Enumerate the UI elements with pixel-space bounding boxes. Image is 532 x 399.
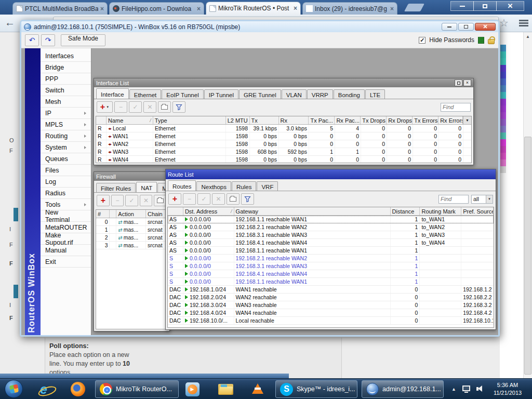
sidebar-menu-item[interactable]: Bridge: [41, 62, 91, 73]
sidebar-menu-item[interactable]: Files: [41, 165, 91, 176]
minimize-button[interactable]: [442, 23, 457, 31]
color-swatch[interactable]: [500, 112, 506, 119]
maximize-button[interactable]: [458, 23, 474, 31]
column-l2mtu[interactable]: L2 MTU: [226, 116, 250, 124]
sidebar-menu-item[interactable]: Exit: [41, 256, 91, 268]
tab[interactable]: Interface: [96, 88, 129, 99]
route-filter-dropdown[interactable]: all ▼: [471, 195, 493, 204]
redo-button[interactable]: ↷: [41, 34, 55, 46]
find-input[interactable]: [438, 195, 469, 204]
color-swatch[interactable]: [500, 159, 506, 166]
column-rx-errors[interactable]: Rx Errors: [438, 116, 463, 124]
interface-row[interactable]: R ◂▸WAN4 Ethernet 1598 0 bps 0 bps 0 0 0: [96, 156, 471, 163]
column-picker-icon[interactable]: ▼: [463, 116, 471, 124]
file-explorer-icon[interactable]: [218, 382, 233, 396]
column-number[interactable]: #: [96, 210, 110, 218]
network-tray-icon[interactable]: [462, 385, 470, 391]
media-player-icon[interactable]: ▶: [185, 382, 200, 396]
disable-button[interactable]: ✕: [143, 101, 156, 113]
column-dst-address[interactable]: Dst. Address/: [183, 207, 234, 215]
add-button[interactable]: +: [97, 195, 110, 206]
remove-button[interactable]: −: [183, 193, 196, 205]
remove-button[interactable]: −: [111, 195, 124, 206]
restore-button[interactable]: [473, 1, 497, 11]
scroll-up-icon[interactable]: ▲: [524, 32, 532, 41]
firewall-rule-row[interactable]: 2 ⇄mas... srcnat: [96, 234, 167, 242]
route-row[interactable]: AS 0.0.0.0/0 192.168.4.1 reachable WAN4 …: [168, 239, 494, 247]
interface-list-titlebar[interactable]: Interface List ×: [94, 78, 473, 87]
enable-button[interactable]: ✓: [197, 193, 210, 205]
filter-button[interactable]: [172, 101, 185, 113]
internet-explorer-icon[interactable]: e: [36, 382, 51, 396]
remove-button[interactable]: −: [114, 101, 127, 113]
route-row[interactable]: DAC 192.168.2.0/24 WAN2 reachable 0 192.…: [168, 294, 494, 301]
color-swatch[interactable]: [500, 139, 506, 146]
route-row[interactable]: DAC 192.168.1.0/24 WAN1 reachable 0 192.…: [168, 286, 494, 294]
disable-button[interactable]: ✕: [212, 193, 225, 205]
column-tx-drops[interactable]: Tx Drops: [361, 116, 387, 124]
column-rx-packets[interactable]: Rx Pac...: [335, 116, 361, 124]
tab[interactable]: Routes: [168, 180, 196, 191]
column-routing-mark[interactable]: Routing Mark: [420, 207, 461, 215]
route-row[interactable]: AS 0.0.0.0/0 192.168.2.1 reachable WAN2 …: [168, 223, 494, 231]
disable-button[interactable]: ✕: [140, 195, 153, 206]
tab[interactable]: Bonding: [334, 89, 365, 99]
route-row[interactable]: S 0.0.0.0/0 192.168.4.1 reachable WAN4 1: [168, 270, 494, 278]
interface-row[interactable]: R ◂▸WAN3 Ethernet 1598 608 bps 592 bps 1…: [96, 148, 471, 156]
column-gateway[interactable]: Gateway: [234, 207, 391, 215]
column-action[interactable]: Action: [116, 210, 146, 218]
tab[interactable]: IP Tunnel: [204, 89, 238, 99]
color-swatch[interactable]: [500, 153, 506, 159]
comment-button[interactable]: [158, 101, 171, 113]
winbox-task-button[interactable]: admin@192.168.1...: [362, 380, 444, 398]
browser-tab[interactable]: Inbox (29) - idreesiub7@g ×: [302, 2, 397, 15]
scrollbar-thumb[interactable]: [524, 137, 531, 375]
sidebar-menu-item[interactable]: Radius: [41, 188, 91, 199]
browser-tab[interactable]: MikroTik RouterOS • Post ×: [206, 2, 301, 15]
route-row[interactable]: DAC 192.168.3.0/24 WAN3 reachable 0 192.…: [168, 301, 494, 309]
route-row[interactable]: S 0.0.0.0/0 192.168.3.1 reachable WAN3 1: [168, 262, 494, 270]
sidebar-menu-item[interactable]: MPLS: [41, 119, 91, 130]
sidebar-menu-item[interactable]: Interfaces: [41, 50, 91, 62]
close-button[interactable]: ✕: [475, 23, 496, 31]
color-swatch[interactable]: [500, 72, 506, 78]
column-distance[interactable]: Distance: [391, 207, 420, 215]
column-type[interactable]: Type: [153, 116, 226, 124]
sidebar-menu-item[interactable]: Queues: [41, 153, 91, 165]
interface-row[interactable]: R ◂▸WAN2 Ethernet 1598 0 bps 0 bps 0 0 0: [96, 140, 471, 148]
color-swatch[interactable]: [500, 51, 506, 58]
color-swatch[interactable]: [500, 119, 506, 126]
color-swatch[interactable]: [500, 92, 506, 99]
back-icon[interactable]: ←: [5, 17, 15, 29]
tab-close-icon[interactable]: ×: [390, 5, 394, 12]
tab[interactable]: Filter Rules: [96, 183, 136, 193]
sidebar-menu-item[interactable]: Make Supout.rif: [41, 233, 91, 245]
firewall-rule-row[interactable]: 1 ⇄mas... srcnat: [96, 226, 167, 234]
tray-expand-icon[interactable]: ▲: [451, 387, 456, 392]
route-row[interactable]: AS 0.0.0.0/0 192.168.1.1 reachable WAN1 …: [168, 216, 494, 223]
column-flags[interactable]: [168, 207, 183, 215]
column-flags[interactable]: [96, 116, 107, 124]
tab-close-icon[interactable]: ×: [197, 5, 201, 12]
column-tx[interactable]: Tx: [250, 116, 279, 124]
tab[interactable]: VRRP: [307, 89, 333, 99]
column-pref-source[interactable]: Pref. Source: [461, 207, 494, 215]
sidebar-menu-item[interactable]: Manual: [41, 245, 91, 256]
find-input[interactable]: [441, 103, 471, 112]
sidebar-menu-item[interactable]: System: [41, 142, 91, 153]
hide-passwords-checkbox[interactable]: ✓: [419, 37, 425, 44]
column-rx-drops[interactable]: Rx Drops: [387, 116, 413, 124]
color-swatch[interactable]: [500, 85, 506, 92]
column-icon[interactable]: [110, 210, 116, 218]
route-list-titlebar[interactable]: Route List: [166, 169, 496, 179]
tab[interactable]: GRE Tunnel: [239, 89, 281, 99]
close-button[interactable]: ✕: [496, 1, 524, 11]
sidebar-menu-item[interactable]: IP: [41, 108, 91, 119]
column-tx-errors[interactable]: Tx Errors: [413, 116, 438, 124]
route-row[interactable]: AS 0.0.0.0/0 192.168.3.1 reachable WAN3 …: [168, 231, 494, 239]
sidebar-menu-item[interactable]: Log: [41, 176, 91, 188]
column-rx[interactable]: Rx: [279, 116, 309, 124]
route-row[interactable]: S 0.0.0.0/0 192.168.1.1 reachable WAN1 1: [168, 278, 494, 286]
safe-mode-button[interactable]: Safe Mode: [61, 34, 105, 46]
interface-row[interactable]: R ◂▸WAN1 Ethernet 1598 0 bps 0 bps 0 0 0: [96, 132, 471, 140]
